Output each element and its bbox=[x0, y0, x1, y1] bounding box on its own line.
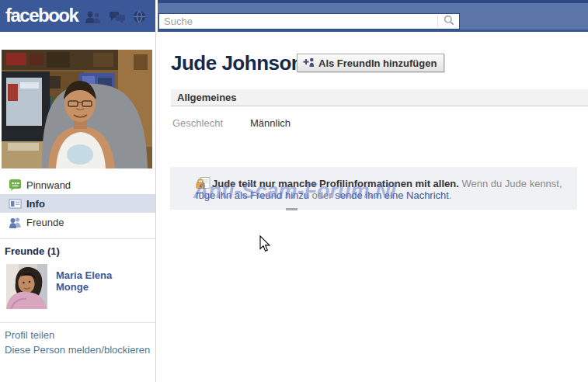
report-block-link[interactable]: Diese Person melden/blockieren bbox=[5, 344, 150, 356]
notice-plain-text: Wenn du Jude kennst, bbox=[459, 178, 562, 189]
search-input[interactable] bbox=[159, 14, 437, 29]
sidebar-item-label: Info bbox=[26, 198, 45, 210]
notice-collapse-dash bbox=[286, 208, 297, 210]
sidebar-item-label: Freunde bbox=[26, 217, 64, 228]
messages-icon[interactable] bbox=[109, 11, 126, 23]
friend-name-line2: Monge bbox=[56, 281, 112, 293]
privacy-notice-box: Jude teilt nur manche Profilinformatione… bbox=[170, 167, 577, 210]
notice-end-text: . bbox=[449, 189, 452, 201]
friends-icon bbox=[9, 216, 22, 229]
notifications-globe-icon[interactable] bbox=[133, 10, 146, 23]
lock-icon bbox=[196, 177, 210, 189]
friend-name-link[interactable]: Maria Elena Monge bbox=[56, 269, 112, 293]
notice-mid-text: oder bbox=[309, 189, 335, 201]
friends-count-header: Freunde (1) bbox=[5, 245, 60, 257]
mouse-cursor bbox=[259, 235, 271, 255]
sidebar-content-divider bbox=[155, 32, 156, 382]
add-friend-button[interactable]: Als FreundIn hinzufügen bbox=[297, 54, 444, 72]
gender-field-value: Männlich bbox=[250, 117, 291, 129]
page-title: Jude Johnson bbox=[171, 51, 303, 75]
info-card-icon bbox=[9, 197, 22, 210]
sidebar-item-freunde[interactable]: Freunde bbox=[0, 213, 155, 231]
section-header-allgemeines: Allgemeines bbox=[171, 89, 588, 106]
friend-requests-icon[interactable] bbox=[84, 11, 102, 23]
add-friend-icon bbox=[303, 57, 315, 69]
profile-photo[interactable] bbox=[2, 50, 152, 168]
search-box bbox=[158, 13, 460, 30]
section-header-label: Allgemeines bbox=[177, 92, 237, 103]
sidebar-item-label: Pinnwand bbox=[26, 179, 71, 191]
share-profile-link[interactable]: Profil teilen bbox=[5, 329, 54, 341]
sidebar-item-info[interactable]: Info bbox=[0, 194, 155, 213]
add-friend-label: Als FreundIn hinzufügen bbox=[318, 57, 437, 69]
notice-bold-text: Jude teilt nur manche Profilinformatione… bbox=[212, 178, 459, 189]
search-submit-button[interactable] bbox=[438, 14, 459, 29]
add-as-friend-link[interactable]: füge ihn als Freund hinzu bbox=[196, 189, 309, 201]
send-message-link[interactable]: sende ihm eine Nachricht bbox=[335, 189, 449, 201]
friend-photo[interactable] bbox=[6, 264, 47, 309]
wall-icon bbox=[9, 179, 22, 192]
search-icon bbox=[444, 15, 454, 28]
sidebar-item-pinnwand[interactable]: Pinnwand bbox=[0, 175, 155, 194]
sidebar-divider bbox=[0, 322, 155, 323]
friend-name-line1: Maria Elena bbox=[56, 269, 112, 281]
facebook-profile-page: facebook bbox=[0, 0, 588, 382]
sidebar-divider bbox=[0, 238, 155, 239]
facebook-logo[interactable]: facebook bbox=[5, 5, 78, 26]
top-navigation-bar: facebook bbox=[0, 0, 155, 32]
privacy-notice-text: Jude teilt nur manche Profilinformatione… bbox=[196, 177, 569, 201]
gender-field-label: Geschlecht bbox=[172, 117, 223, 129]
